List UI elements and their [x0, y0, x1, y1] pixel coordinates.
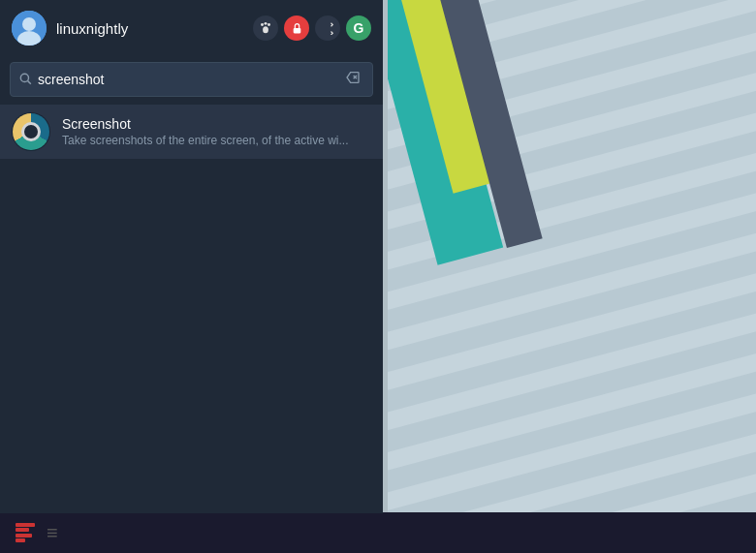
lock-icon-button[interactable]	[284, 15, 309, 41]
svg-line-15	[28, 80, 31, 83]
username-label: linuxnightly	[56, 20, 253, 37]
google-letter: G	[354, 20, 364, 36]
taskbar: ≡	[0, 512, 756, 553]
screenshot-icon-graphic	[13, 113, 49, 150]
svg-point-12	[263, 26, 268, 33]
desktop-wallpaper-right	[388, 0, 756, 513]
svg-point-14	[20, 74, 28, 81]
svg-point-10	[265, 22, 268, 25]
desktop: linuxnightly	[0, 0, 756, 553]
svg-point-11	[268, 23, 270, 26]
search-bar	[10, 62, 373, 97]
launcher-header: linuxnightly	[0, 0, 383, 56]
mint-bar-1	[16, 523, 35, 527]
paw-icon-button[interactable]	[253, 15, 278, 41]
svg-rect-13	[293, 27, 300, 32]
sort-icon-button[interactable]	[315, 15, 340, 41]
result-text: Screenshot Take screenshots of the entir…	[62, 116, 348, 147]
mint-menu-icon	[16, 523, 35, 542]
launcher-panel: linuxnightly	[0, 0, 383, 513]
result-title: Screenshot	[62, 116, 348, 132]
search-input[interactable]	[38, 72, 341, 87]
svg-point-9	[261, 23, 264, 26]
mint-bar-4	[16, 538, 25, 542]
mint-bar-2	[16, 528, 29, 532]
results-list: Screenshot Take screenshots of the entir…	[0, 105, 383, 513]
taskbar-separator: ≡	[47, 522, 58, 544]
avatar-image	[12, 11, 47, 46]
search-clear-button[interactable]	[341, 68, 364, 91]
search-icon	[18, 72, 32, 88]
header-icons: G	[253, 15, 371, 41]
svg-point-7	[22, 17, 36, 31]
mint-bar-3	[16, 534, 32, 538]
wallpaper-svg	[388, 0, 756, 513]
taskbar-launcher-button[interactable]	[8, 515, 43, 550]
user-avatar[interactable]	[12, 11, 47, 46]
result-description: Take screenshots of the entire screen, o…	[62, 134, 348, 147]
result-item-screenshot[interactable]: Screenshot Take screenshots of the entir…	[0, 105, 383, 159]
google-icon-button[interactable]: G	[346, 15, 371, 41]
search-container	[0, 56, 383, 105]
screenshot-app-icon	[12, 112, 50, 151]
